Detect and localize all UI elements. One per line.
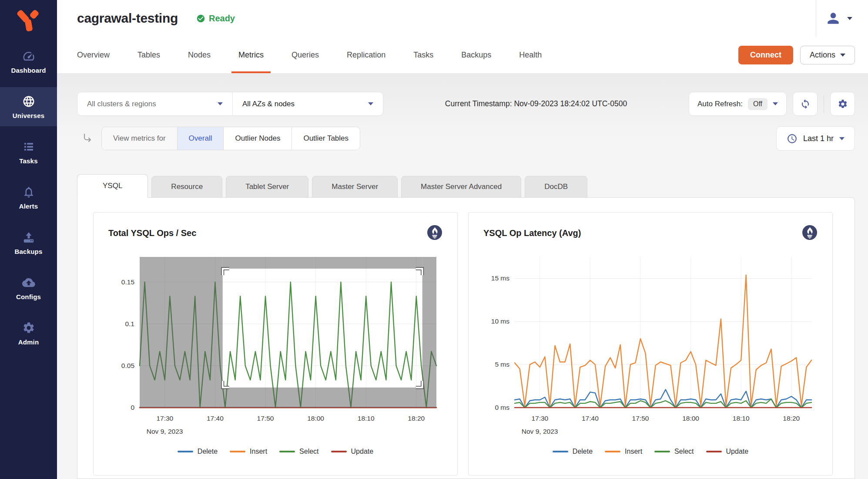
- prometheus-link[interactable]: [427, 225, 442, 242]
- auto-refresh-label: Auto Refresh:: [697, 100, 743, 108]
- prometheus-link[interactable]: [802, 225, 818, 242]
- chart-legend: Delete Insert Select Update: [108, 448, 442, 455]
- segment-overall[interactable]: Overall: [177, 127, 224, 150]
- svg-text:0 ms: 0 ms: [495, 404, 509, 411]
- legend-swatch: [706, 451, 722, 452]
- legend-swatch: [178, 451, 193, 452]
- svg-text:18:10: 18:10: [358, 415, 375, 422]
- sidebar-item-backups[interactable]: Backups: [0, 223, 57, 262]
- yugabyte-logo[interactable]: [0, 0, 57, 42]
- auto-refresh-value: Off: [748, 98, 767, 110]
- legend-label: Update: [351, 448, 374, 455]
- svg-text:0.15: 0.15: [121, 278, 134, 286]
- tab-resource[interactable]: Resource: [151, 176, 222, 198]
- sidebar-item-tasks[interactable]: Tasks: [0, 132, 57, 172]
- legend-swatch: [654, 451, 670, 452]
- svg-text:18:20: 18:20: [408, 415, 425, 422]
- tab-master-server-advanced[interactable]: Master Server Advanced: [401, 176, 521, 198]
- page-title: cagrawal-testing: [77, 11, 178, 26]
- admin-gear-icon: [22, 321, 35, 334]
- chevron-down-icon: [368, 102, 373, 105]
- sidebar-item-label: Admin: [18, 338, 39, 346]
- segment-outlier-nodes[interactable]: Outlier Nodes: [223, 127, 292, 150]
- tab-nodes[interactable]: Nodes: [188, 37, 211, 73]
- actions-button[interactable]: Actions: [800, 46, 855, 64]
- svg-text:18:00: 18:00: [682, 415, 699, 422]
- ysql-metrics-panel: Total YSQL Ops / Sec 17:3017:4017:5018:0…: [77, 197, 855, 479]
- tab-tablet-server[interactable]: Tablet Server: [226, 176, 308, 198]
- az-node-select[interactable]: All AZs & nodes: [232, 92, 383, 115]
- chart-card-latency: YSQL Op Latency (Avg) 17:3017:4017:5018:…: [468, 212, 833, 476]
- tab-master-server[interactable]: Master Server: [312, 176, 398, 198]
- tab-tasks[interactable]: Tasks: [413, 37, 433, 73]
- svg-text:15 ms: 15 ms: [491, 274, 509, 282]
- user-menu[interactable]: [825, 10, 855, 27]
- legend-insert[interactable]: Insert: [605, 448, 642, 455]
- yugabyte-logo-icon: [17, 9, 40, 33]
- svg-text:18:20: 18:20: [783, 415, 800, 422]
- sidebar-item-label: Tasks: [19, 157, 37, 165]
- time-range-value: Last 1 hr: [803, 134, 834, 143]
- sidebar-item-label: Alerts: [19, 202, 38, 210]
- sidebar-item-label: Universes: [13, 112, 45, 119]
- sidebar-item-admin[interactable]: Admin: [0, 314, 57, 353]
- tab-health[interactable]: Health: [519, 37, 542, 73]
- chart-legend: Delete Insert Select Update: [483, 448, 818, 455]
- auto-refresh-select[interactable]: Auto Refresh: Off: [689, 92, 787, 116]
- metrics-settings-button[interactable]: [830, 92, 855, 116]
- svg-text:0.1: 0.1: [125, 320, 134, 327]
- time-range-select[interactable]: Last 1 hr: [776, 126, 855, 151]
- az-node-value: All AZs & nodes: [242, 100, 295, 108]
- tab-replication[interactable]: Replication: [347, 37, 385, 73]
- refresh-icon: [800, 99, 811, 109]
- svg-text:17:50: 17:50: [632, 415, 649, 422]
- legend-select[interactable]: Select: [654, 448, 694, 455]
- status-badge: Ready: [196, 13, 235, 24]
- legend-label: Delete: [573, 448, 593, 455]
- svg-text:17:30: 17:30: [531, 415, 548, 422]
- chevron-down-icon: [847, 17, 852, 20]
- cluster-region-select[interactable]: All clusters & regions: [77, 92, 232, 115]
- legend-select[interactable]: Select: [279, 448, 318, 455]
- svg-text:Nov 9, 2023: Nov 9, 2023: [147, 428, 183, 435]
- segment-outlier-tables[interactable]: Outlier Tables: [292, 127, 360, 150]
- tab-metrics[interactable]: Metrics: [238, 37, 264, 73]
- tab-ysql[interactable]: YSQL: [77, 174, 148, 198]
- chart-title: Total YSQL Ops / Sec: [108, 228, 196, 238]
- backups-drive-icon: [22, 231, 35, 244]
- legend-insert[interactable]: Insert: [230, 448, 267, 455]
- prometheus-icon: [427, 225, 442, 240]
- tab-overview[interactable]: Overview: [77, 37, 110, 73]
- toolbar-divider: [824, 95, 824, 113]
- tab-tables[interactable]: Tables: [137, 37, 160, 73]
- elbow-arrow-icon: [82, 133, 94, 144]
- legend-label: Insert: [250, 448, 267, 455]
- svg-text:0.05: 0.05: [121, 362, 134, 369]
- tasks-list-icon: [22, 140, 35, 153]
- actions-label: Actions: [810, 51, 835, 60]
- refresh-button[interactable]: [793, 92, 818, 116]
- tab-docdb[interactable]: DocDB: [525, 176, 587, 198]
- latency-chart[interactable]: 17:3017:4017:5018:0018:1018:200 ms5 ms10…: [483, 251, 817, 441]
- svg-text:17:50: 17:50: [257, 415, 274, 422]
- sidebar-item-universes[interactable]: Universes: [0, 87, 57, 126]
- legend-update[interactable]: Update: [706, 448, 749, 455]
- tab-queries[interactable]: Queries: [292, 37, 319, 73]
- legend-swatch: [553, 451, 568, 452]
- metrics-content: All clusters & regions All AZs & nodes C…: [57, 73, 868, 479]
- legend-delete[interactable]: Delete: [178, 448, 218, 455]
- legend-swatch: [605, 451, 620, 452]
- sidebar-item-dashboard[interactable]: Dashboard: [0, 42, 57, 81]
- chevron-down-icon: [840, 54, 845, 57]
- legend-delete[interactable]: Delete: [553, 448, 593, 455]
- svg-text:18:10: 18:10: [733, 415, 750, 422]
- universe-header: cagrawal-testing Ready Overview Tables N…: [57, 0, 868, 73]
- tab-backups[interactable]: Backups: [461, 37, 491, 73]
- legend-update[interactable]: Update: [331, 448, 374, 455]
- sidebar-item-configs[interactable]: Configs: [0, 268, 57, 307]
- connect-button[interactable]: Connect: [738, 46, 793, 64]
- sidebar-item-label: Configs: [16, 293, 41, 300]
- ops-chart[interactable]: 17:3017:4017:5018:0018:1018:2000.050.10.…: [108, 251, 442, 441]
- sidebar-item-alerts[interactable]: Alerts: [0, 178, 57, 217]
- universes-globe-icon: [22, 95, 35, 108]
